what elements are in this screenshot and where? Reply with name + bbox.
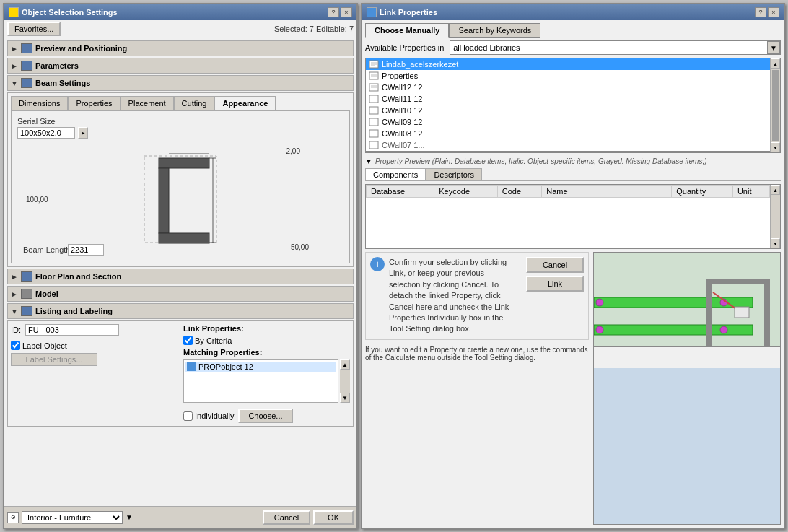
individually-row: Individually Choose... [183,409,350,423]
lib-item-lindab[interactable]: Lindab_acelszerkezet [366,58,770,70]
tab-search-keywords[interactable]: Search by Keywords [449,23,540,38]
tab-cutting[interactable]: Cutting [174,96,215,110]
tab-properties[interactable]: Properties [68,96,120,110]
right-tabs: Choose Manually Search by Keywords [365,23,781,38]
lib-item-cwall11[interactable]: CWall11 12 [366,93,770,105]
tab-appearance[interactable]: Appearance [214,96,276,110]
choose-button[interactable]: Choose... [238,409,292,423]
section-listing[interactable]: ▼ Listing and Labeling [7,303,354,319]
section-floorplan[interactable]: ► Floor Plan and Section [7,269,354,284]
matching-item-0[interactable]: PROPobject 12 [185,362,336,372]
label-object-label: Label Object [22,341,67,350]
lib-icon-cwall10 [369,106,379,115]
bottom-area: i Confirm your selection by clicking Lin… [365,252,781,525]
matching-scroll-down[interactable]: ▼ [340,393,350,403]
beam-title: Beam Settings [35,79,90,87]
section-model[interactable]: ► Model [7,286,354,302]
floorplan-icon [21,271,32,282]
serial-size-expand-btn[interactable]: ▸ [78,127,88,139]
beam-icon [21,78,32,88]
lib-label-cwall08: CWall08 12 [382,129,422,138]
lib-item-cwall12[interactable]: CWall12 12 [366,82,770,93]
params-icon [21,61,32,71]
right-window-title: Link Properties [380,8,437,17]
svg-rect-23 [369,118,378,126]
matching-item-label: PROPobject 12 [198,362,253,371]
listing-icon [21,306,32,316]
section-preview[interactable]: ► Preview and Positioning [7,40,354,56]
lib-label-lindab: Lindab_acelszerkezet [382,60,458,69]
label-object-checkbox[interactable] [11,341,20,350]
tab-dimensions[interactable]: Dimensions [11,96,68,110]
right-close-btn[interactable]: × [768,7,779,17]
right-title-bar: Link Properties ? × [362,4,784,20]
col-quantity: Quantity [672,186,733,198]
preview-icon [21,43,32,53]
lib-scroll-up[interactable]: ▲ [771,58,780,69]
label-settings-button[interactable]: Label Settings... [11,353,97,366]
svg-rect-27 [594,297,753,308]
lib-item-cwall08[interactable]: CWall08 12 [366,128,770,139]
table-scroll-up[interactable]: ▲ [771,185,780,195]
link-props-label: Link Properties: [183,324,350,333]
top-bar: Favorites... Selected: 7 Editable: 7 [4,20,356,38]
info-text: Confirm your selection by clicking Link,… [389,258,509,333]
lib-item-cwall07-partial[interactable]: CWall07 1... [366,139,770,152]
individually-checkbox[interactable] [183,411,193,421]
tab-choose-manually[interactable]: Choose Manually [365,23,449,38]
lib-icon-lindab [369,60,379,69]
tab-placement[interactable]: Placement [121,96,174,110]
link-properties-window: Link Properties ? × Choose Manually Sear… [361,3,785,529]
favorites-button[interactable]: Favorites... [7,22,61,36]
lib-label-cwall09: CWall09 12 [382,118,422,126]
ok-button[interactable]: OK [313,510,354,525]
by-criteria-row[interactable]: By Criteria [183,336,350,345]
lib-icon-cwall09 [369,118,379,126]
lib-scroll-down[interactable]: ▼ [771,142,780,152]
canvas-svg [594,253,781,368]
listing-content: ID: Label Object Label Settings... Link … [7,320,354,427]
object-selection-window: Object Selection Settings ? × Favorites.… [3,3,358,529]
dim-top: 2,00 [286,147,300,155]
left-help-btn[interactable]: ? [328,7,339,17]
floor-dropdown[interactable]: Interior - Furniture [22,511,123,524]
label-object-checkbox-row[interactable]: Label Object [11,341,178,350]
col-keycode: Keycode [434,186,498,198]
canvas-preview [593,252,781,525]
left-bottom-toolbar: ⊙ Interior - Furniture ▼ Cancel OK [4,506,356,528]
avail-dropdown-input[interactable] [450,43,767,53]
avail-dropdown-arrow[interactable]: ▼ [767,41,780,54]
left-close-btn[interactable]: × [341,7,352,17]
left-content: ► Preview and Positioning ► Parameters ▼… [4,38,356,506]
section-parameters[interactable]: ► Parameters [7,58,354,74]
floor-icon: ⊙ [7,512,19,523]
serial-size-input[interactable] [17,127,75,139]
individually-checkbox-row[interactable]: Individually [183,411,234,421]
if-text: If you want to edit a Property or create… [365,346,589,362]
section-beam[interactable]: ▼ Beam Settings [7,75,354,91]
sub-tabs: Components Descriptors [365,168,781,181]
sub-tab-descriptors[interactable]: Descriptors [426,168,482,180]
right-help-btn[interactable]: ? [755,7,766,17]
lib-icon-cwall11 [369,95,379,103]
by-criteria-checkbox[interactable] [183,336,193,345]
lib-item-props[interactable]: Properties [366,70,770,82]
lib-item-cwall09[interactable]: CWall09 12 [366,116,770,128]
right-cancel-button[interactable]: Cancel [526,257,584,273]
table-scroll-down[interactable]: ▼ [771,238,780,248]
lib-scrollbar: ▲ ▼ [770,58,780,152]
svg-rect-24 [369,130,378,137]
dim-left: 100,00 [26,196,48,204]
beam-diagram: 2,00 100,00 50,00 [17,141,343,257]
matching-scroll-up[interactable]: ▲ [340,359,350,370]
beam-length-input[interactable] [68,244,104,256]
cancel-button[interactable]: Cancel [263,510,310,525]
id-input[interactable] [25,324,119,336]
serial-size-label: Serial Size [17,117,343,126]
lib-label-cwall10: CWall10 12 [382,106,422,115]
sub-tab-components[interactable]: Components [365,168,426,180]
right-link-button[interactable]: Link [526,276,584,292]
lib-item-cwall10[interactable]: CWall10 12 [366,105,770,116]
library-list-container: Lindab_acelszerkezet Properties CWall12 … [365,58,781,153]
col-code: Code [497,186,542,198]
